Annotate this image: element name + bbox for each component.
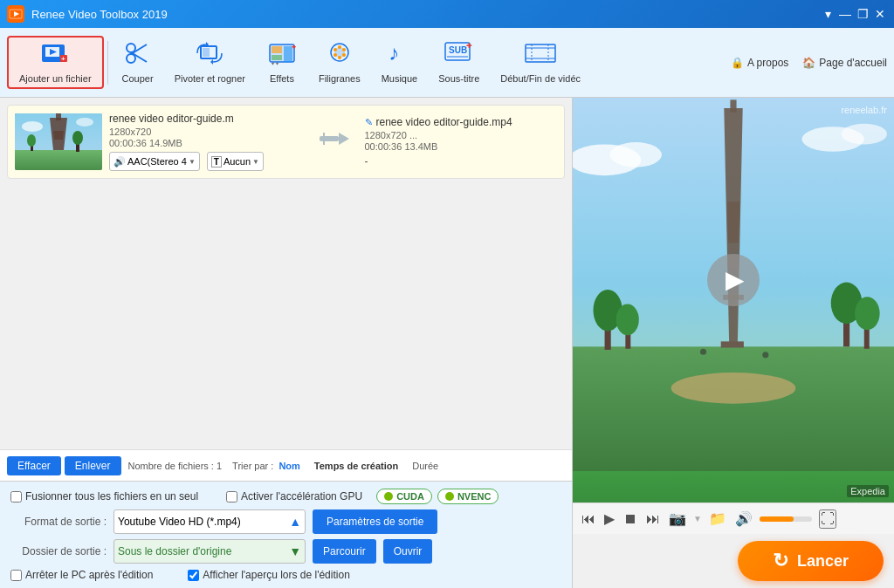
fusionner-check[interactable] — [10, 491, 22, 503]
couper-label: Couper — [122, 73, 154, 84]
subtitle-dropdown-arrow: ▼ — [252, 158, 259, 166]
lancer-section: ↻ Lancer — [573, 534, 894, 588]
svg-point-27 — [342, 53, 346, 57]
sort-value[interactable]: Nom — [279, 461, 299, 471]
accueil-label: Page d'accueil — [819, 57, 887, 69]
audio-dropdown[interactable]: 🔊 AAC(Stereo 4 ▼ — [109, 152, 200, 171]
volume-button[interactable]: 🔊 — [733, 509, 754, 529]
toolbar-effets[interactable]: ✦ ✦✦ Effets — [256, 38, 308, 87]
toolbar-musique[interactable]: ♪ Musique — [371, 38, 429, 87]
afficher-check[interactable] — [188, 570, 199, 581]
svg-rect-36 — [526, 44, 555, 62]
fullscreen-button[interactable]: ⛶ — [819, 509, 836, 529]
gpu-check[interactable] — [226, 491, 237, 503]
format-arrow-icon: ▲ — [289, 515, 301, 529]
left-panel: renee video editor-guide.m 1280x720 00:0… — [0, 98, 573, 588]
right-panel: reneelab.fr ▶ Expedia ⏮ ▶ ⏹ ⏭ 📷 ▼ 📁 🔊 ⛶ … — [573, 98, 894, 588]
toolbar-pivoter[interactable]: Pivoter et rogner — [164, 38, 256, 87]
toolbar-filigranes[interactable]: Filigranes — [308, 38, 371, 87]
ajouter-icon: + — [41, 41, 69, 72]
enlever-button[interactable]: Enlever — [65, 456, 121, 475]
edit-icon: ✎ — [365, 117, 373, 128]
folder-label: Dossier de sortie : — [10, 545, 107, 557]
fusionner-checkbox[interactable]: Fusionner tous les fichiers en un seul — [10, 490, 198, 503]
folder-row: Dossier de sortie : Sous le dossier d'or… — [10, 539, 561, 564]
toolbar-couper[interactable]: Couper — [112, 38, 164, 87]
restore-button[interactable]: — — [838, 7, 852, 21]
toolbar-debut-fin[interactable]: Début/Fin de vidéc — [490, 38, 591, 87]
svg-text:+: + — [61, 55, 65, 63]
lancer-button[interactable]: ↻ Lancer — [738, 541, 884, 581]
svg-rect-18 — [272, 46, 282, 53]
maximize-button[interactable]: ❐ — [856, 7, 870, 21]
musique-icon: ♪ — [385, 41, 413, 72]
main-toolbar: + Ajouter un fichier Couper — [0, 28, 894, 98]
folder-select[interactable]: Sous le dossier d'origine ▼ — [113, 539, 306, 564]
app-logo — [7, 5, 24, 23]
effacer-button[interactable]: Effacer — [7, 456, 61, 475]
video-controls: ⏮ ▶ ⏹ ⏭ 📷 ▼ 📁 🔊 ⛶ — [573, 503, 894, 534]
open-button[interactable]: Ouvrir — [383, 539, 433, 564]
audio-icon: 🔊 — [113, 156, 126, 168]
svg-marker-15 — [210, 59, 213, 65]
gpu-checkbox[interactable]: Activer l'accélération GPU — [226, 490, 362, 503]
subtitle-value: Aucun — [224, 156, 251, 167]
svg-point-76 — [762, 352, 768, 358]
table-row: renee video editor-guide.m 1280x720 00:0… — [7, 105, 565, 179]
format-select[interactable]: Youtube Video HD (*.mp4) ▲ — [113, 509, 306, 534]
output-file-info: ✎ renee video editor-guide.mp4 1280x720 … — [365, 116, 558, 168]
close-button[interactable]: ✕ — [873, 7, 887, 21]
svg-point-51 — [27, 134, 36, 147]
screenshot-arrow: ▼ — [693, 514, 702, 523]
filigranes-icon — [326, 41, 354, 72]
minimize-button[interactable]: ▾ — [821, 7, 835, 21]
folder-button[interactable]: 📁 — [707, 509, 728, 529]
arreter-check[interactable] — [10, 570, 22, 581]
lancer-refresh-icon: ↻ — [773, 550, 788, 572]
sep1 — [107, 41, 108, 85]
col-duree[interactable]: Durée — [412, 461, 438, 471]
svg-text:✦: ✦ — [291, 43, 296, 51]
svg-point-47 — [76, 118, 93, 126]
fusionner-label: Fusionner tous les fichiers en un seul — [25, 490, 198, 503]
sort-by-label: Trier par : — [232, 461, 273, 471]
format-row: Format de sortie : Youtube Video HD (*.m… — [10, 509, 561, 534]
params-button[interactable]: Paramètres de sortie — [313, 509, 437, 534]
apropos-button[interactable]: 🔒 A propos — [731, 57, 788, 69]
afficher-checkbox[interactable]: Afficher l'aperçu lors de l'édition — [188, 569, 349, 581]
input-file-info: renee video editor-guide.m 1280x720 00:0… — [109, 113, 302, 171]
output-resolution: 1280x720 ... — [365, 130, 558, 140]
volume-bar[interactable] — [760, 516, 812, 522]
pivoter-label: Pivoter et rogner — [175, 73, 245, 84]
cuda-dot — [384, 492, 393, 501]
toolbar-ajouter[interactable]: + Ajouter un fichier — [7, 36, 104, 89]
file-toolbar: Effacer Enlever Nombre de fichiers : 1 T… — [0, 449, 572, 481]
accueil-button[interactable]: 🏠 Page d'accueil — [802, 57, 887, 69]
svg-point-9 — [127, 44, 135, 52]
lock-icon: 🔒 — [731, 57, 744, 69]
arreter-checkbox[interactable]: Arrêter le PC après l'édition — [10, 569, 153, 581]
svg-rect-45 — [56, 113, 61, 120]
svg-point-46 — [22, 121, 43, 132]
play-button[interactable]: ▶ — [707, 254, 760, 306]
svg-rect-64 — [721, 341, 744, 347]
stop-button[interactable]: ⏹ — [622, 509, 639, 529]
skip-back-button[interactable]: ⏮ — [580, 509, 597, 529]
titlebar: Renee Video Toolbox 2019 ▾ — ❐ ✕ — [0, 0, 894, 28]
audio-value: AAC(Stereo 4 — [127, 156, 187, 167]
pivoter-icon — [194, 41, 225, 72]
toolbar-sous-titre[interactable]: SUB ✚ Sous-titre — [428, 38, 490, 87]
format-label: Format de sortie : — [10, 516, 107, 528]
svg-point-73 — [855, 297, 880, 330]
svg-rect-63 — [730, 99, 736, 112]
skip-forward-button[interactable]: ⏭ — [644, 509, 662, 529]
subtitle-dropdown[interactable]: T Aucun ▼ — [207, 152, 264, 171]
app-title: Renee Video Toolbox 2019 — [31, 8, 821, 21]
svg-rect-42 — [15, 150, 102, 170]
svg-marker-44 — [53, 131, 64, 140]
play-pause-button[interactable]: ▶ — [602, 509, 616, 529]
subtitle-icon: T — [211, 156, 222, 168]
col-creation[interactable]: Temps de création — [314, 461, 398, 471]
browse-button[interactable]: Parcourir — [313, 539, 376, 564]
screenshot-button[interactable]: 📷 — [667, 509, 688, 529]
